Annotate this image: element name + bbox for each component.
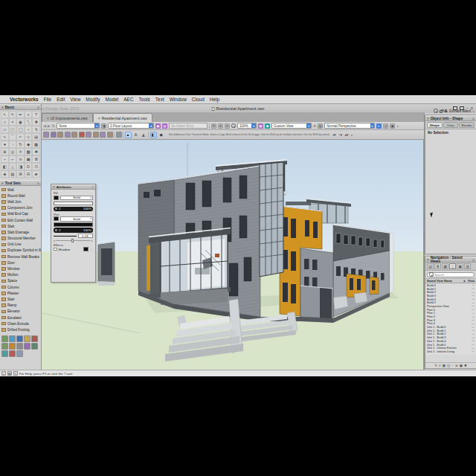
fill-swatch[interactable] — [54, 196, 59, 200]
navigation-tab-icon[interactable]: ▣ — [457, 263, 463, 269]
view-toggle-icon[interactable]: ▭ — [472, 336, 475, 339]
view-toggle-icon[interactable]: ▭ — [472, 315, 475, 318]
tool-set-category-icon[interactable] — [16, 335, 23, 342]
wall-mode-icon[interactable] — [107, 132, 113, 138]
tool-icon[interactable]: ● — [1, 141, 9, 148]
pen-style-icon[interactable]: ◑▾ — [332, 132, 336, 137]
navigation-footer-icon[interactable]: ◫ — [447, 364, 450, 367]
view-toggle-icon[interactable]: ▭ — [472, 298, 475, 300]
selection-mode-button[interactable]: ◧ — [150, 132, 157, 138]
transform-mode-button[interactable]: ▲ — [125, 132, 132, 138]
navigation-footer-icon[interactable]: ≣ — [455, 364, 458, 367]
tool-icon[interactable]: ✛ — [16, 148, 25, 155]
story-field[interactable]: No Active Story — [169, 123, 208, 129]
view-toggle-icon[interactable]: ▭ — [472, 304, 475, 307]
menu-item[interactable]: Cloud — [192, 97, 205, 102]
tool-icon[interactable]: ≋ — [16, 155, 25, 163]
wall-mode-icon[interactable] — [51, 132, 57, 138]
slider-thumb[interactable] — [71, 239, 74, 242]
tool-set-category-icon[interactable] — [1, 343, 8, 350]
tool-icon[interactable]: ▣ — [25, 155, 33, 163]
tool-icon[interactable]: ◎ — [9, 148, 17, 155]
viewport-canvas[interactable]: × Attributes ≡ Fill Solid▾ 2 100% — [42, 140, 424, 370]
view-toggle-icon[interactable]: ▭ — [472, 326, 475, 329]
tool-icon[interactable]: ⊞ — [16, 170, 25, 178]
tool-icon[interactable]: ◆ — [25, 141, 33, 148]
active-tool-icon[interactable]: ✎ — [52, 123, 55, 128]
tool-set-category-icon[interactable] — [31, 335, 38, 342]
tool-sets-item[interactable]: Door — [0, 260, 41, 266]
line-weight-slider[interactable]: ◂ ▸ — [54, 239, 93, 242]
close-icon[interactable]: × — [427, 117, 429, 120]
tool-icon[interactable]: ∿ — [1, 133, 9, 141]
class-dropdown[interactable]: None▾ — [57, 123, 100, 129]
tool-sets-item[interactable]: Stair — [0, 296, 41, 302]
class-options-icon[interactable]: ◨ — [101, 123, 106, 129]
view-toggle-icon[interactable]: ▭ — [472, 308, 475, 311]
tool-icon[interactable]: ✚ — [32, 118, 40, 126]
tool-icon[interactable]: ⊕ — [1, 148, 9, 155]
close-icon[interactable]: × — [1, 106, 4, 109]
tool-sets-item[interactable]: Component Join — [0, 205, 41, 211]
view-toggle-icon[interactable]: ▭ — [472, 283, 475, 286]
view-toggle-icon[interactable]: ▭ — [472, 318, 475, 321]
kebab-icon[interactable]: ⋮ — [90, 248, 93, 251]
zoom-level-dropdown[interactable]: 100%▾ — [237, 123, 257, 129]
tool-icon[interactable]: ⊟ — [25, 170, 33, 178]
tool-sets-item[interactable]: Wall End Cap — [0, 211, 41, 217]
tool-icon[interactable]: ⌖ — [25, 111, 33, 118]
tool-sets-item[interactable]: Wall — [0, 187, 41, 193]
close-icon[interactable]: × — [1, 181, 4, 185]
view-toggle-icon[interactable]: ▭ — [472, 291, 475, 294]
add-mode-button[interactable]: A — [132, 132, 139, 138]
pen-color-bar[interactable] — [54, 222, 93, 227]
tool-icon[interactable]: ✖ — [32, 148, 40, 155]
edit-viewport-icon[interactable]: ▤ — [162, 123, 167, 129]
tool-sets-item[interactable]: Elevator — [0, 309, 41, 315]
tool-set-category-icon[interactable] — [9, 350, 16, 357]
fill-style-dropdown[interactable]: Solid▾ — [60, 196, 93, 201]
tool-sets-item[interactable]: Duplicate Symbol in Wall — [0, 248, 41, 254]
tool-sets-item[interactable]: Slab — [0, 223, 41, 229]
render-mode-icon[interactable]: ◐ — [376, 123, 382, 129]
navigation-tab-icon[interactable]: ▤ — [427, 263, 434, 269]
navigation-tab-icon[interactable]: ▦ — [442, 263, 448, 269]
shadow-checkbox[interactable] — [54, 248, 57, 251]
tool-sets-item[interactable]: Ramp — [0, 303, 41, 309]
zoom-in-icon[interactable]: ⊕ — [218, 123, 223, 129]
slider-left-icon[interactable]: ◂ — [54, 239, 55, 242]
zoom-tool-icon[interactable] — [231, 123, 236, 128]
projection-dropdown[interactable]: Normal Perspective▾ — [324, 123, 375, 129]
wall-mode-icon[interactable] — [71, 132, 77, 138]
saved-views-header[interactable]: Saved View Name ∧ View — [425, 278, 476, 283]
tool-icon[interactable]: ↖ — [1, 111, 9, 118]
tool-set-category-icon[interactable] — [24, 335, 30, 342]
tool-set-category-icon[interactable] — [16, 350, 23, 357]
tool-set-category-icon[interactable] — [1, 335, 8, 342]
tool-icon[interactable]: ~ — [1, 155, 9, 163]
close-icon[interactable]: × — [53, 185, 55, 189]
navigation-footer-icon[interactable]: ✱ — [464, 364, 467, 367]
tool-icon[interactable]: ╲ — [25, 118, 33, 126]
tool-icon[interactable]: ▭ — [1, 126, 9, 133]
menu-item[interactable]: File — [44, 97, 51, 102]
menu-item[interactable]: Tools — [139, 97, 150, 102]
close-icon[interactable]: × — [427, 258, 429, 262]
tool-sets-item[interactable]: Column — [0, 284, 41, 290]
pen-swatch[interactable] — [54, 216, 59, 221]
tool-sets-item[interactable]: Edit Curtain Wall — [0, 217, 41, 223]
tool-icon[interactable]: ▰ — [32, 170, 40, 178]
palette-menu-icon[interactable]: ≡ — [37, 181, 39, 185]
drag-mode-button[interactable]: ◆ — [158, 132, 164, 138]
close-tab-icon[interactable]: × — [98, 116, 100, 120]
fill-color-bar[interactable] — [54, 202, 93, 206]
tool-icon[interactable]: ◈ — [1, 170, 9, 178]
saved-views-icon[interactable]: ▣ — [155, 123, 161, 129]
tool-icon[interactable]: ▩ — [25, 148, 33, 155]
tool-set-category-icon[interactable] — [9, 335, 16, 342]
view-toggle-icon[interactable]: ▭ — [472, 329, 475, 332]
slider-right-icon[interactable]: ▸ — [91, 239, 93, 242]
tool-icon[interactable]: ≣ — [32, 155, 40, 163]
layer-dropdown[interactable]: 2-Floor Layout▾ — [108, 123, 154, 129]
tool-icon[interactable]: ◧ — [1, 163, 9, 170]
